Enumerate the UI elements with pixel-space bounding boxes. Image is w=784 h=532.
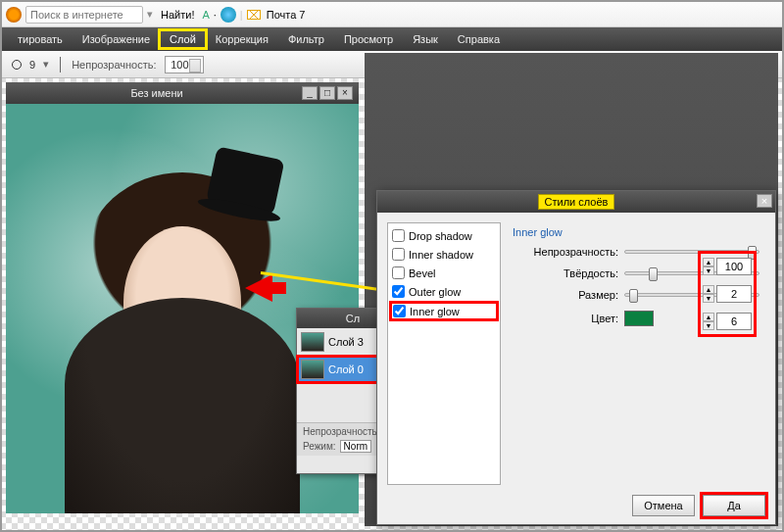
opacity-label: Непрозрачность: [72,59,156,71]
checkbox[interactable] [392,248,405,261]
layer-opacity-label: Непрозрачность: [303,426,380,437]
checkbox[interactable] [392,266,405,279]
param-hardness-label: Твёрдость: [513,267,618,279]
cancel-button[interactable]: Отмена [632,495,695,516]
style-label: Bevel [409,267,436,279]
menu-lang[interactable]: Язык [403,30,448,48]
style-inner-shadow[interactable]: Inner shadow [392,248,496,261]
params-section-title: Inner glow [513,226,760,238]
dialog-titlebar[interactable]: Стили слоёв × [377,191,775,213]
menu-edit[interactable]: тировать [8,30,73,48]
menu-view[interactable]: Просмотр [334,30,403,48]
layer-styles-dialog: Стили слоёв × Drop shadow Inner shadow B… [376,190,776,525]
dialog-close-button[interactable]: × [757,194,772,208]
style-inner-glow[interactable]: Inner glow [392,304,496,318]
style-list: Drop shadow Inner shadow Bevel Outer glo… [387,222,501,485]
menu-help[interactable]: Справка [448,30,510,48]
style-outer-glow[interactable]: Outer glow [392,285,496,298]
spinner-arrows[interactable]: ▲▼ [703,285,714,303]
mail-label[interactable]: Почта 7 [267,9,306,21]
document-title: Без имени [12,87,302,99]
style-label: Outer glow [409,286,461,298]
app-icon [6,7,22,23]
mail-icon[interactable] [247,10,261,20]
style-drop-shadow[interactable]: Drop shadow [392,229,496,242]
separator: · [214,9,217,21]
opacity-value[interactable]: 100 [716,258,752,275]
style-label: Inner shadow [409,249,473,261]
menu-filter[interactable]: Фильтр [278,30,334,48]
checkbox[interactable] [392,229,405,242]
layer-name: Слой 0 [328,363,364,375]
maximize-button[interactable]: □ [319,86,335,100]
dropdown-icon[interactable]: ▾ [147,8,153,21]
dialog-title: Стили слоёв [539,195,614,209]
document-titlebar[interactable]: Без имени _ □ × [6,82,359,104]
find-button[interactable]: Найти! [157,9,198,21]
layer-mode-select[interactable]: Norm [340,440,371,453]
checkbox[interactable] [393,305,406,317]
style-params-pane: Inner glow Непрозрачность: Твёрдость: Ра… [507,222,765,485]
image-content [205,146,284,218]
param-opacity-label: Непрозрачность: [513,246,618,258]
layer-name: Слой 3 [328,336,364,348]
style-label: Drop shadow [409,230,472,242]
dropdown-icon[interactable]: ▾ [43,58,49,71]
spinner-arrows[interactable]: ▲▼ [703,313,714,330]
app-menubar: тировать Изображение Слой Коррекция Филь… [2,27,782,51]
size-value[interactable]: 6 [716,313,752,330]
separator [60,57,61,73]
brush-preview-icon[interactable] [12,60,22,70]
separator: | [240,9,243,21]
param-size-label: Размер: [513,289,618,301]
layer-mode-label: Режим: [303,441,336,452]
menu-adjust[interactable]: Коррекция [206,30,278,48]
color-swatch[interactable] [624,311,654,326]
checkbox[interactable] [392,285,405,298]
param-value-group: ▲▼100 ▲▼2 ▲▼6 [701,254,754,334]
layer-thumbnail [301,332,324,352]
menu-image[interactable]: Изображение [73,30,160,48]
layer-thumbnail [301,360,324,379]
minimize-button[interactable]: _ [302,86,318,100]
close-button[interactable]: × [337,86,353,100]
toolbar-icon[interactable] [220,7,236,23]
annotation-arrow-red [245,274,272,302]
opacity-spinner[interactable]: 100 [165,56,204,73]
search-input[interactable] [25,6,143,24]
brush-size-value: 9 [29,59,35,71]
menu-layer[interactable]: Слой [160,30,206,48]
style-bevel[interactable]: Bevel [392,266,496,279]
param-color-label: Цвет: [513,313,618,324]
spinner-arrows[interactable]: ▲▼ [703,258,714,275]
image-content [65,298,300,513]
ok-button[interactable]: Да [703,495,765,516]
style-label: Inner glow [410,306,460,317]
browser-toolbar: ▾ Найти! A · | Почта 7 [2,2,782,27]
hardness-value[interactable]: 2 [716,285,752,303]
color-tool-icon[interactable]: A [202,9,209,21]
